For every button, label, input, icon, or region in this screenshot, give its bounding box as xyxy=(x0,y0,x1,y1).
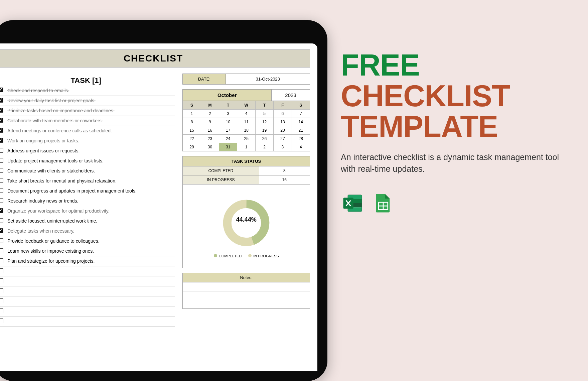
task-text xyxy=(5,306,175,316)
task-checkbox[interactable] xyxy=(0,288,3,293)
task-row: Provide feedback or guidance to colleagu… xyxy=(0,236,175,246)
calendar-cell[interactable]: 23 xyxy=(201,134,219,143)
calendar-cell[interactable]: 4 xyxy=(292,143,310,151)
sheets-icon xyxy=(372,192,395,215)
status-panel: TASK STATUS COMPLETED8IN PROGRESS16 44.4… xyxy=(182,156,310,268)
task-text xyxy=(5,296,175,306)
task-row: Address urgent issues or requests. xyxy=(0,146,175,156)
task-row: Take short breaks for mental and physica… xyxy=(0,176,175,186)
calendar-cell[interactable]: 21 xyxy=(292,126,310,134)
task-checkbox[interactable] xyxy=(0,138,3,143)
calendar-cell[interactable]: 31 xyxy=(219,143,237,151)
task-row: Plan and strategize for upcoming project… xyxy=(0,256,175,266)
task-checkbox[interactable] xyxy=(0,128,3,133)
calendar-cell[interactable]: 26 xyxy=(256,134,274,143)
status-value: 16 xyxy=(259,175,310,184)
spreadsheet-screen: CHECKLIST TASK [1] Check and respond to … xyxy=(0,43,317,371)
calendar-cell[interactable]: 3 xyxy=(274,143,292,151)
calendar-cell[interactable]: 20 xyxy=(274,126,292,134)
calendar-cell[interactable]: 2 xyxy=(256,143,274,151)
task-checkbox[interactable] xyxy=(0,158,3,163)
checklist-title: CHECKLIST xyxy=(0,49,310,68)
task-checkbox[interactable] xyxy=(0,188,3,193)
legend-completed: COMPLETED xyxy=(214,254,242,258)
task-text: Document progress and updates in project… xyxy=(5,186,175,196)
calendar-cell[interactable]: 10 xyxy=(219,118,237,126)
calendar-cell[interactable]: 22 xyxy=(183,134,201,143)
task-text: Update project management tools or task … xyxy=(5,156,175,166)
calendar-cell[interactable]: 28 xyxy=(292,134,310,143)
note-line[interactable] xyxy=(183,300,310,308)
calendar-cell[interactable]: 11 xyxy=(237,118,255,126)
task-section-title: TASK [1] xyxy=(0,74,175,86)
task-text: Work on ongoing projects or tasks. xyxy=(5,136,175,146)
task-checkbox[interactable] xyxy=(0,298,3,303)
task-checkbox[interactable] xyxy=(0,168,3,173)
task-text: Collaborate with team members or coworke… xyxy=(5,116,175,126)
task-text: Plan and strategize for upcoming project… xyxy=(5,256,175,266)
status-row: IN PROGRESS16 xyxy=(182,175,310,184)
task-checkbox[interactable] xyxy=(0,208,3,213)
calendar-cell[interactable]: 1 xyxy=(183,109,201,118)
calendar-cell[interactable]: 14 xyxy=(292,118,310,126)
date-label: DATE: xyxy=(183,74,226,84)
task-text: Research industry news or trends. xyxy=(5,196,175,206)
calendar-cell[interactable]: 7 xyxy=(292,109,310,118)
excel-icon xyxy=(341,192,364,215)
calendar-cell[interactable]: 6 xyxy=(274,109,292,118)
task-row: Document progress and updates in project… xyxy=(0,186,175,196)
task-checkbox[interactable] xyxy=(0,108,3,113)
calendar-day-head: M xyxy=(201,101,219,109)
calendar-cell[interactable]: 5 xyxy=(256,109,274,118)
task-text: Set aside focused, uninterrupted work ti… xyxy=(5,216,175,226)
note-line[interactable] xyxy=(183,282,310,291)
task-row: Organize your workspace for optimal prod… xyxy=(0,206,175,216)
calendar-day-head: T xyxy=(219,101,237,109)
calendar-grid: SMTWTFS123456789101112131415161718192021… xyxy=(182,101,310,151)
promo-word-free: FREE xyxy=(341,48,420,82)
task-checkbox[interactable] xyxy=(0,98,3,103)
calendar-cell[interactable]: 18 xyxy=(237,126,255,134)
calendar-cell[interactable]: 25 xyxy=(237,134,255,143)
notes-label: Notes: xyxy=(182,273,310,282)
task-checkbox[interactable] xyxy=(0,308,3,313)
task-row: Check and respond to emails. xyxy=(0,86,175,96)
task-text: Review your daily task list or project g… xyxy=(5,96,175,106)
task-checkbox[interactable] xyxy=(0,218,3,223)
task-checkbox[interactable] xyxy=(0,178,3,183)
task-checkbox[interactable] xyxy=(0,278,3,283)
calendar-cell[interactable]: 19 xyxy=(256,126,274,134)
calendar-cell[interactable]: 12 xyxy=(256,118,274,126)
task-checkbox[interactable] xyxy=(0,148,3,153)
task-row: Collaborate with team members or coworke… xyxy=(0,116,175,126)
task-checkbox[interactable] xyxy=(0,88,3,92)
calendar-cell[interactable]: 4 xyxy=(237,109,255,118)
calendar-cell[interactable]: 24 xyxy=(219,134,237,143)
task-checkbox[interactable] xyxy=(0,198,3,203)
calendar-cell[interactable]: 13 xyxy=(274,118,292,126)
calendar-day-head: F xyxy=(274,101,292,109)
calendar-cell[interactable]: 27 xyxy=(274,134,292,143)
task-checkbox[interactable] xyxy=(0,268,3,273)
donut-chart: 44.44% COMPLETED IN PROGRESS xyxy=(182,184,310,268)
task-checkbox[interactable] xyxy=(0,118,3,123)
task-checkbox[interactable] xyxy=(0,258,3,263)
calendar-cell[interactable]: 17 xyxy=(219,126,237,134)
task-checkbox[interactable] xyxy=(0,319,3,323)
status-label: IN PROGRESS xyxy=(183,175,259,184)
note-line[interactable] xyxy=(183,291,310,300)
task-text: Organize your workspace for optimal prod… xyxy=(5,206,175,216)
calendar-cell[interactable]: 9 xyxy=(201,118,219,126)
task-checkbox[interactable] xyxy=(0,248,3,253)
calendar-cell[interactable]: 29 xyxy=(183,143,201,151)
task-checkbox[interactable] xyxy=(0,238,3,243)
calendar-cell[interactable]: 2 xyxy=(201,109,219,118)
calendar-cell[interactable]: 30 xyxy=(201,143,219,151)
calendar-cell[interactable]: 16 xyxy=(201,126,219,134)
calendar-cell[interactable]: 1 xyxy=(237,143,255,151)
calendar-cell[interactable]: 8 xyxy=(183,118,201,126)
calendar-cell[interactable]: 3 xyxy=(219,109,237,118)
calendar-cell[interactable]: 15 xyxy=(183,126,201,134)
task-checkbox[interactable] xyxy=(0,228,3,233)
task-text xyxy=(5,276,175,286)
